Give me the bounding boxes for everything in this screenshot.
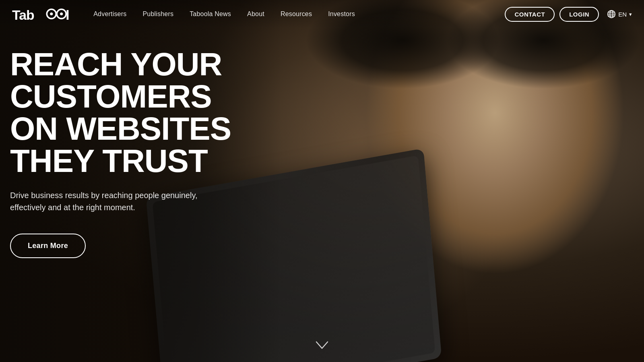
login-button[interactable]: LOGIN (559, 7, 599, 22)
hero-section: Tab la Advertisers Publishers Taboola Ne… (0, 0, 644, 362)
contact-button[interactable]: CONTACT (505, 7, 555, 22)
svg-point-2 (50, 12, 53, 15)
logo[interactable]: Tab la (12, 6, 69, 22)
nav-item-publishers[interactable]: Publishers (142, 10, 173, 18)
nav-item-about[interactable]: About (247, 10, 264, 18)
hero-subtext: Drive business results by reaching peopl… (10, 189, 203, 213)
globe-icon (607, 10, 616, 19)
headline-line-4: THEY TRUST (10, 143, 208, 179)
nav-item-taboola-news[interactable]: Taboola News (190, 10, 231, 18)
nav-actions: CONTACT LOGIN EN ▾ (505, 7, 632, 22)
nav-link-publishers[interactable]: Publishers (142, 10, 173, 17)
nav-item-advertisers[interactable]: Advertisers (93, 10, 126, 18)
svg-text:la: la (66, 7, 69, 22)
nav-link-taboola-news[interactable]: Taboola News (190, 10, 231, 17)
headline-line-2: CUSTOMERS (10, 79, 212, 114)
scroll-down-chevron[interactable] (316, 339, 328, 352)
hero-headline: REACH YOUR CUSTOMERS ON WEBSITES THEY TR… (10, 48, 231, 177)
headline-line-3: ON WEBSITES (10, 111, 231, 147)
learn-more-button[interactable]: Learn More (10, 234, 86, 258)
svg-point-4 (60, 12, 63, 15)
headline-line-1: REACH YOUR (10, 46, 222, 82)
chevron-down-icon: ▾ (629, 11, 632, 17)
main-nav: Tab la Advertisers Publishers Taboola Ne… (0, 0, 644, 28)
nav-item-resources[interactable]: Resources (281, 10, 312, 18)
hero-content: REACH YOUR CUSTOMERS ON WEBSITES THEY TR… (10, 48, 231, 258)
lang-label: EN (618, 11, 627, 18)
nav-link-advertisers[interactable]: Advertisers (93, 10, 126, 17)
language-selector[interactable]: EN ▾ (607, 10, 632, 19)
nav-link-investors[interactable]: Investors (328, 10, 355, 17)
nav-link-about[interactable]: About (247, 10, 264, 17)
nav-item-investors[interactable]: Investors (328, 10, 355, 18)
nav-links: Advertisers Publishers Taboola News Abou… (93, 10, 505, 18)
nav-link-resources[interactable]: Resources (281, 10, 312, 17)
svg-text:Tab: Tab (12, 7, 34, 22)
